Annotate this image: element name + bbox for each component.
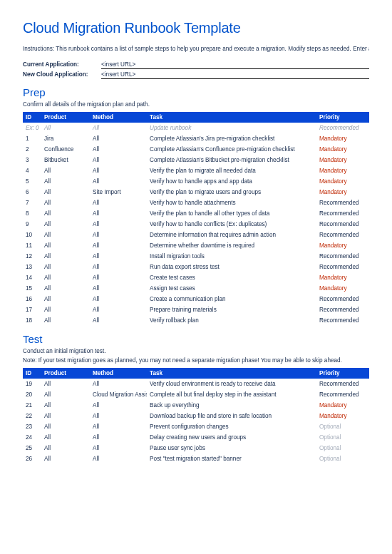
section-desc-prep: Confirm all details of the migration pla… bbox=[23, 101, 369, 108]
table-row: 26AllAllPost "test migration started" ba… bbox=[23, 453, 369, 464]
cell-id: 21 bbox=[23, 400, 41, 411]
cell-priority: Mandatory bbox=[316, 176, 369, 187]
cell-product: All bbox=[41, 443, 90, 453]
cell-task: Verify the plan to handle all other type… bbox=[147, 208, 316, 219]
field-new-app: New Cloud Application: <insert URL> bbox=[23, 71, 369, 79]
cell-product: Jira bbox=[41, 133, 90, 144]
cell-product: All bbox=[41, 389, 90, 400]
table-row: 7AllAllVerify how to handle attachmentsR… bbox=[23, 198, 369, 208]
cell-product: All bbox=[41, 294, 90, 304]
cell-task: Verify the plan to migrate users and gro… bbox=[147, 187, 316, 198]
cell-priority: Mandatory bbox=[316, 144, 369, 155]
cell-id: 1 bbox=[23, 133, 41, 144]
cell-task: Verify the plan to migrate all needed da… bbox=[147, 165, 316, 176]
cell-id: 5 bbox=[23, 176, 41, 187]
cell-method: All bbox=[90, 251, 147, 262]
cell-product: All bbox=[41, 304, 90, 315]
cell-task: Determine information that requires admi… bbox=[147, 230, 316, 240]
cell-task: Complete Atlassian's Jira pre-migration … bbox=[147, 133, 316, 144]
cell-id: 4 bbox=[23, 165, 41, 176]
col-task: Task bbox=[147, 112, 316, 123]
cell-product: All bbox=[41, 240, 90, 251]
cell-priority: Optional bbox=[316, 443, 369, 453]
cell-priority: Optional bbox=[316, 432, 369, 443]
cell-method: All bbox=[90, 133, 147, 144]
table-row: 16AllAllCreate a communication planRecom… bbox=[23, 294, 369, 304]
cell-id: 11 bbox=[23, 240, 41, 251]
table-row: 22AllAllDownload backup file and store i… bbox=[23, 411, 369, 421]
cell-task: Verify how to handle apps and app data bbox=[147, 176, 316, 187]
cell-priority: Mandatory bbox=[316, 133, 369, 144]
table-row: 13AllAllRun data export stress testRecom… bbox=[23, 262, 369, 272]
cell-priority: Mandatory bbox=[316, 165, 369, 176]
cell-priority: Recommended bbox=[316, 123, 369, 133]
cell-task: Verify cloud environment is ready to rec… bbox=[147, 379, 316, 389]
section-desc-test: Conduct an initial migration test. bbox=[23, 348, 369, 354]
col-method: Method bbox=[90, 112, 147, 123]
cell-task: Complete all but final deploy step in th… bbox=[147, 389, 316, 400]
cell-id: 17 bbox=[23, 304, 41, 315]
table-row: 20AllCloud Migration AssistantComplete a… bbox=[23, 389, 369, 400]
table-row: 12AllAllInstall migration toolsRecommend… bbox=[23, 251, 369, 262]
cell-product: All bbox=[41, 421, 90, 432]
cell-task: Create a communication plan bbox=[147, 294, 316, 304]
cell-method: All bbox=[90, 379, 147, 389]
cell-priority: Recommended bbox=[316, 389, 369, 400]
cell-method: All bbox=[90, 208, 147, 219]
cell-priority: Optional bbox=[316, 453, 369, 464]
cell-id: 19 bbox=[23, 379, 41, 389]
cell-product: All bbox=[41, 453, 90, 464]
table-row: 3BitbucketAllComplete Atlassian's Bitbuc… bbox=[23, 155, 369, 165]
cell-priority: Recommended bbox=[316, 294, 369, 304]
section-heading-prep: Prep bbox=[23, 86, 369, 98]
cell-id: 7 bbox=[23, 198, 41, 208]
table-row: 9AllAllVerify how to handle conflicts (E… bbox=[23, 219, 369, 230]
field-current-app-label: Current Application: bbox=[23, 61, 101, 68]
cell-method: All bbox=[90, 155, 147, 165]
cell-product: All bbox=[41, 219, 90, 230]
cell-task: Create test cases bbox=[147, 272, 316, 283]
cell-priority: Recommended bbox=[316, 208, 369, 219]
table-row: 8AllAllVerify the plan to handle all oth… bbox=[23, 208, 369, 219]
table-row: 14AllAllCreate test casesMandatory bbox=[23, 272, 369, 283]
cell-id: 12 bbox=[23, 251, 41, 262]
cell-method: All bbox=[90, 262, 147, 272]
cell-method: Cloud Migration Assistant bbox=[90, 389, 147, 400]
cell-product: Confluence bbox=[41, 144, 90, 155]
cell-priority: Mandatory bbox=[316, 283, 369, 294]
cell-priority: Mandatory bbox=[316, 272, 369, 283]
cell-method: All bbox=[90, 421, 147, 432]
cell-product: All bbox=[41, 283, 90, 294]
cell-id: 23 bbox=[23, 421, 41, 432]
col-id: ID bbox=[23, 368, 41, 379]
cell-task: Verify how to handle attachments bbox=[147, 198, 316, 208]
cell-id: 8 bbox=[23, 208, 41, 219]
table-row: 10AllAllDetermine information that requi… bbox=[23, 230, 369, 240]
table-row: 1JiraAllComplete Atlassian's Jira pre-mi… bbox=[23, 133, 369, 144]
prep-table: ID Product Method Task Priority Ex: 0All… bbox=[23, 112, 369, 326]
cell-method: All bbox=[90, 165, 147, 176]
cell-priority: Recommended bbox=[316, 251, 369, 262]
field-new-app-value[interactable]: <insert URL> bbox=[101, 71, 369, 79]
cell-method: All bbox=[90, 272, 147, 283]
cell-product: All bbox=[41, 411, 90, 421]
cell-product: All bbox=[41, 262, 90, 272]
table-row: 15AllAllAssign test casesMandatory bbox=[23, 283, 369, 294]
cell-task: Verify rollback plan bbox=[147, 315, 316, 326]
cell-task: Post "test migration started" banner bbox=[147, 453, 316, 464]
field-current-app-value[interactable]: <insert URL> bbox=[101, 61, 369, 69]
cell-priority: Recommended bbox=[316, 315, 369, 326]
table-header: ID Product Method Task Priority bbox=[23, 368, 369, 379]
cell-priority: Mandatory bbox=[316, 187, 369, 198]
table-row: 21AllAllBack up everythingMandatory bbox=[23, 400, 369, 411]
table-row: 6AllSite ImportVerify the plan to migrat… bbox=[23, 187, 369, 198]
cell-task: Back up everything bbox=[147, 400, 316, 411]
cell-priority: Recommended bbox=[316, 379, 369, 389]
cell-method: All bbox=[90, 400, 147, 411]
cell-id: 10 bbox=[23, 230, 41, 240]
table-header: ID Product Method Task Priority bbox=[23, 112, 369, 123]
cell-priority: Mandatory bbox=[316, 411, 369, 421]
cell-method: Site Import bbox=[90, 187, 147, 198]
cell-priority: Mandatory bbox=[316, 155, 369, 165]
cell-product: Bitbucket bbox=[41, 155, 90, 165]
